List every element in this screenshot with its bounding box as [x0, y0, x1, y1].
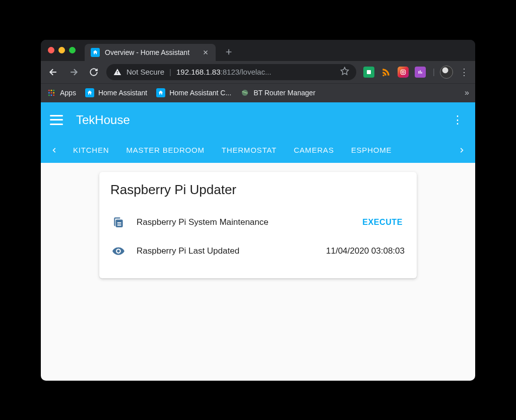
content-area: Raspberry Pi Updater Raspberry Pi System… [41, 163, 475, 381]
bookmark-star-icon[interactable] [340, 67, 349, 77]
row-label: Raspberry Pi Last Updated [137, 246, 315, 256]
svg-point-2 [402, 71, 404, 73]
fullscreen-window-button[interactable] [69, 47, 76, 53]
tab-title: Overview - Home Assistant [105, 48, 197, 56]
url-host: 192.168.1.83 [176, 68, 221, 76]
script-icon [111, 215, 125, 229]
toolbar-separator: | [433, 68, 435, 77]
close-window-button[interactable] [48, 47, 54, 53]
svg-point-8 [53, 90, 54, 91]
app-title: TekHouse [76, 113, 130, 127]
ha-topbar: TekHouse ⋮ [41, 102, 475, 138]
overflow-menu-icon[interactable]: ⋮ [449, 113, 466, 127]
not-secure-icon [113, 68, 121, 76]
url-path: /lovelac... [239, 68, 271, 76]
bookmark-home-assistant[interactable]: Home Assistant [85, 88, 147, 97]
bookmarks-apps-label: Apps [60, 89, 76, 97]
tab-kitchen[interactable]: KITCHEN [66, 138, 116, 162]
tab-close-icon[interactable] [202, 48, 210, 56]
bookmarks-apps[interactable]: Apps [47, 88, 76, 97]
forward-button[interactable] [66, 65, 81, 80]
url-port: :8123 [221, 68, 240, 76]
svg-point-6 [48, 90, 50, 91]
reload-button[interactable] [86, 65, 101, 80]
card-row-maintenance: Raspberry Pi System Maintenance EXECUTE [110, 208, 406, 237]
ha-tabs: KITCHEN MASTER BEDROOM THERMOSTAT CAMERA… [41, 138, 475, 163]
tab-cameras[interactable]: CAMERAS [287, 138, 341, 162]
extension-icons [363, 67, 426, 78]
ha-header: TekHouse ⋮ KITCHEN MASTER BEDROOM THERMO… [41, 102, 475, 163]
svg-rect-3 [418, 71, 419, 74]
tabs-scroll-right-icon[interactable] [453, 142, 470, 159]
bookmark-home-assistant-c[interactable]: Home Assistant C... [156, 88, 231, 97]
tabs-scroll-left-icon[interactable] [46, 142, 63, 159]
address-bar[interactable]: Not Secure | 192.168.1.83:8123/lovelac..… [106, 64, 356, 80]
home-assistant-icon [85, 88, 94, 97]
tab-master-bedroom[interactable]: MASTER BEDROOM [119, 138, 211, 162]
card-row-last-updated[interactable]: Raspberry Pi Last Updated 11/04/2020 03:… [110, 237, 406, 265]
url-text: 192.168.1.83:8123/lovelac... [176, 68, 335, 76]
row-value: 11/04/2020 03:08:03 [326, 246, 405, 256]
tab-favicon-home-assistant-icon [91, 48, 100, 57]
browser-toolbar: Not Secure | 192.168.1.83:8123/lovelac..… [41, 61, 475, 83]
extension-icon-green[interactable] [363, 67, 374, 78]
browser-menu-icon[interactable]: ⋮ [458, 67, 470, 78]
bookmark-bt-router[interactable]: BT Router Manager [240, 88, 315, 97]
updater-card: Raspberry Pi Updater Raspberry Pi System… [99, 172, 417, 278]
svg-rect-0 [367, 70, 371, 74]
profile-avatar[interactable] [440, 66, 453, 79]
browser-window: Overview - Home Assistant Not Secure | [41, 40, 475, 381]
new-tab-button[interactable] [222, 45, 236, 59]
bookmark-label: BT Router Manager [253, 89, 315, 97]
window-controls [48, 47, 76, 53]
menu-icon[interactable] [50, 115, 63, 125]
tab-thermostat[interactable]: THERMOSTAT [215, 138, 284, 162]
extension-instagram-icon[interactable] [398, 67, 409, 78]
page-content: TekHouse ⋮ KITCHEN MASTER BEDROOM THERMO… [41, 102, 475, 381]
svg-rect-5 [421, 72, 422, 74]
extension-rss-icon[interactable] [380, 67, 392, 78]
execute-button[interactable]: EXECUTE [360, 215, 405, 230]
svg-point-10 [50, 92, 52, 93]
svg-point-7 [50, 90, 52, 91]
not-secure-label: Not Secure [126, 68, 164, 76]
bookmark-label: Home Assistant [98, 89, 147, 97]
tab-esphome[interactable]: ESPHOME [344, 138, 399, 162]
card-title: Raspberry Pi Updater [110, 182, 406, 198]
svg-point-11 [53, 92, 54, 93]
svg-rect-1 [401, 70, 405, 74]
browser-tab[interactable]: Overview - Home Assistant [85, 44, 216, 61]
bookmarks-bar: Apps Home Assistant Home Assistant C... … [41, 83, 475, 102]
svg-point-13 [50, 94, 52, 96]
extension-purple-icon[interactable] [415, 67, 426, 78]
back-button[interactable] [46, 65, 61, 80]
svg-rect-4 [420, 70, 421, 74]
apps-grid-icon [47, 88, 56, 97]
minimize-window-button[interactable] [58, 47, 65, 53]
svg-point-14 [53, 94, 54, 96]
eye-icon [111, 244, 125, 258]
omnibox-divider: | [169, 68, 171, 76]
svg-point-9 [48, 92, 50, 93]
browser-tabbar: Overview - Home Assistant [41, 40, 475, 61]
row-label: Raspberry Pi System Maintenance [137, 217, 349, 227]
bookmark-label: Home Assistant C... [169, 89, 231, 97]
bookmarks-overflow-icon[interactable]: » [465, 88, 469, 97]
globe-icon [240, 88, 249, 97]
home-assistant-icon [156, 88, 165, 97]
svg-point-12 [48, 94, 50, 96]
